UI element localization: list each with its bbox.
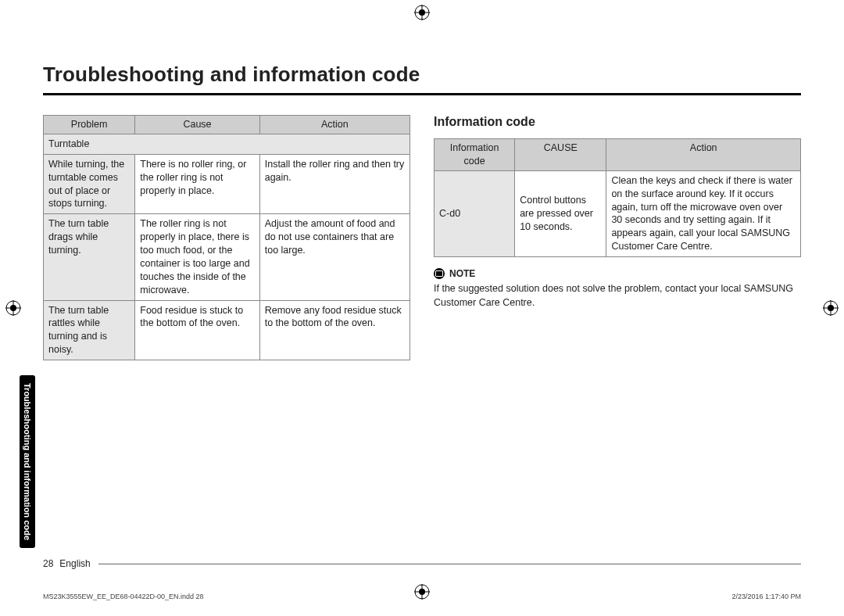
cell-cause: Control buttons are pressed over 10 seco… [515, 170, 606, 256]
note-icon [434, 268, 445, 279]
note-header: NOTE [434, 268, 801, 279]
left-column: Problem Cause Action Turntable While tur… [43, 115, 410, 360]
table-row: C-d0 Control buttons are pressed over 10… [435, 170, 801, 256]
registration-mark-icon [413, 4, 431, 21]
table-row: The turn table rattles while turning and… [44, 300, 410, 360]
cell-action: Remove any food residue stuck to the bot… [259, 300, 409, 360]
right-column: Information code Information code CAUSE … [434, 115, 801, 310]
cell-cause: The roller ring is not properly in place… [135, 214, 259, 300]
footer: 28 English [43, 558, 801, 569]
meta-file: MS23K3555EW_EE_DE68-04422D-00_EN.indd 28 [43, 593, 204, 600]
content-columns: Problem Cause Action Turntable While tur… [43, 115, 801, 360]
cell-action: Adjust the amount of food and do not use… [259, 214, 409, 300]
cell-action: Install the roller ring and then try aga… [259, 154, 409, 214]
registration-mark-icon [822, 299, 839, 317]
section-heading: Information code [434, 115, 801, 129]
cell-problem: The turn table rattles while turning and… [44, 300, 135, 360]
col-header-code: Information code [435, 139, 515, 171]
footer-rule [98, 564, 801, 564]
col-header-problem: Problem [44, 116, 135, 134]
col-header-action: Action [259, 116, 409, 134]
subheader-turntable: Turntable [44, 134, 410, 154]
cell-cause: Food residue is stuck to the bottom of t… [135, 300, 259, 360]
cell-problem: While turning, the turntable comes out o… [44, 154, 135, 214]
cell-problem: The turn table drags while turning. [44, 214, 135, 300]
note-text: If the suggested solution does not solve… [434, 282, 801, 310]
cell-code: C-d0 [435, 170, 515, 256]
table-header-row: Problem Cause Action [44, 116, 410, 134]
info-code-table: Information code CAUSE Action C-d0 Contr… [434, 138, 801, 257]
title-underline [43, 93, 801, 95]
page-title: Troubleshooting and information code [43, 63, 801, 87]
side-tab: Troubleshooting and information code [20, 375, 35, 548]
print-meta: MS23K3555EW_EE_DE68-04422D-00_EN.indd 28… [43, 593, 801, 600]
cell-action: Clean the keys and check if there is wat… [606, 170, 801, 256]
cell-cause: There is no roller ring, or the roller r… [135, 154, 259, 214]
page-number: 28 [43, 558, 53, 569]
note-label: NOTE [449, 268, 475, 279]
meta-stamp: 2/23/2016 1:17:40 PM [731, 593, 801, 600]
table-header-row: Information code CAUSE Action [435, 139, 801, 171]
col-header-cause: CAUSE [515, 139, 606, 171]
col-header-action: Action [606, 139, 801, 171]
col-header-cause: Cause [135, 116, 259, 134]
table-row: While turning, the turntable comes out o… [44, 154, 410, 214]
page: Troubleshooting and information code Pro… [0, 0, 844, 360]
footer-language: English [59, 558, 90, 569]
table-subheader-row: Turntable [44, 134, 410, 154]
table-row: The turn table drags while turning. The … [44, 214, 410, 300]
troubleshooting-table: Problem Cause Action Turntable While tur… [43, 115, 410, 360]
registration-mark-icon [5, 299, 22, 317]
